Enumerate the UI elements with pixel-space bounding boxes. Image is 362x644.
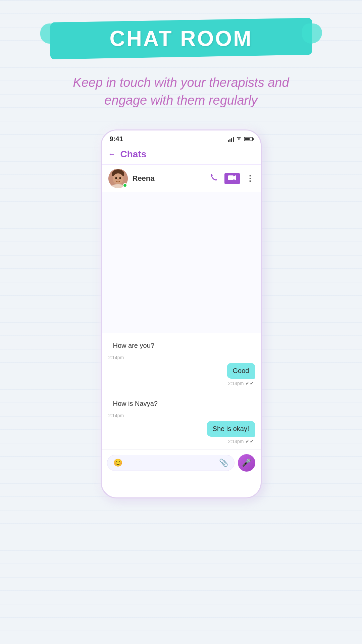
input-bar: 😊 📎 🎤: [102, 449, 261, 476]
signal-bar-4: [233, 137, 234, 142]
contact-bar: Reena ⋮: [102, 165, 261, 192]
phone-mockup: 9:41: [94, 129, 268, 498]
attachment-button[interactable]: 📎: [219, 459, 228, 467]
phone-shell: 9:41: [101, 129, 262, 498]
read-receipt-icon-1: ✓✓: [245, 380, 254, 386]
subtitle: Keep in touch with your therapists and e…: [50, 74, 312, 109]
back-button[interactable]: ←: [108, 150, 116, 159]
subtitle-line1: Keep in touch with your therapists and: [73, 75, 289, 90]
contact-name: Reena: [133, 174, 205, 183]
chat-area-empty: [102, 192, 261, 333]
signal-bar-2: [229, 139, 230, 142]
phone-call-icon[interactable]: [210, 173, 218, 184]
subtitle-line2: engage with them regularly: [104, 93, 257, 107]
message-sent-1: Good 2:14pm ✓✓: [102, 362, 261, 391]
battery-icon: [244, 137, 253, 141]
message-time-4: 2:14pm ✓✓: [228, 438, 255, 444]
svg-point-4: [115, 177, 117, 179]
message-text-4: She is okay!: [213, 425, 249, 432]
signal-bar-3: [231, 138, 232, 142]
message-received-2: How is Navya? 2:14pm: [102, 391, 261, 420]
battery-fill: [245, 138, 250, 140]
message-text-input[interactable]: [126, 459, 215, 467]
svg-point-5: [119, 177, 121, 179]
status-icons: [228, 136, 253, 142]
app-header: ← Chats: [102, 146, 261, 165]
message-time-3: 2:14pm: [107, 413, 124, 418]
microphone-icon: 🎤: [242, 459, 251, 467]
message-text-3: How is Navya?: [113, 400, 158, 407]
video-call-icon[interactable]: [224, 173, 240, 184]
message-input-field[interactable]: 😊 📎: [107, 455, 235, 471]
mic-button[interactable]: 🎤: [238, 454, 255, 472]
emoji-button[interactable]: 😊: [113, 459, 122, 467]
status-bar: 9:41: [102, 130, 261, 146]
header-banner: CHAT ROOM: [50, 20, 312, 57]
avatar-wrapper: [108, 169, 128, 188]
message-time-1: 2:14pm: [107, 355, 124, 360]
svg-point-6: [117, 179, 119, 180]
message-time-2: 2:14pm ✓✓: [228, 380, 255, 386]
signal-bars-icon: [228, 137, 234, 142]
status-time: 9:41: [110, 135, 123, 143]
read-receipt-icon-2: ✓✓: [245, 438, 254, 444]
contact-actions: ⋮: [210, 173, 254, 184]
screen-title: Chats: [120, 149, 254, 160]
more-options-icon[interactable]: ⋮: [246, 174, 254, 183]
message-bubble-received-2: How is Navya?: [107, 396, 164, 412]
svg-marker-9: [234, 175, 236, 180]
message-bubble-sent-1: Good: [227, 363, 255, 379]
message-received-1: How are you? 2:14pm: [102, 333, 261, 362]
svg-point-3: [113, 173, 123, 184]
wifi-icon: [236, 136, 242, 142]
message-bubble-sent-2: She is okay!: [207, 421, 255, 437]
svg-rect-8: [228, 175, 234, 180]
message-text-2: Good: [233, 367, 249, 374]
brush-decoration-right: [302, 23, 322, 44]
signal-bar-1: [228, 140, 229, 142]
online-indicator: [123, 183, 127, 187]
banner-title: CHAT ROOM: [90, 20, 273, 57]
message-text-1: How are you?: [113, 342, 154, 349]
message-bubble-received-1: How are you?: [107, 338, 160, 354]
message-sent-2: She is okay! 2:14pm ✓✓: [102, 420, 261, 449]
